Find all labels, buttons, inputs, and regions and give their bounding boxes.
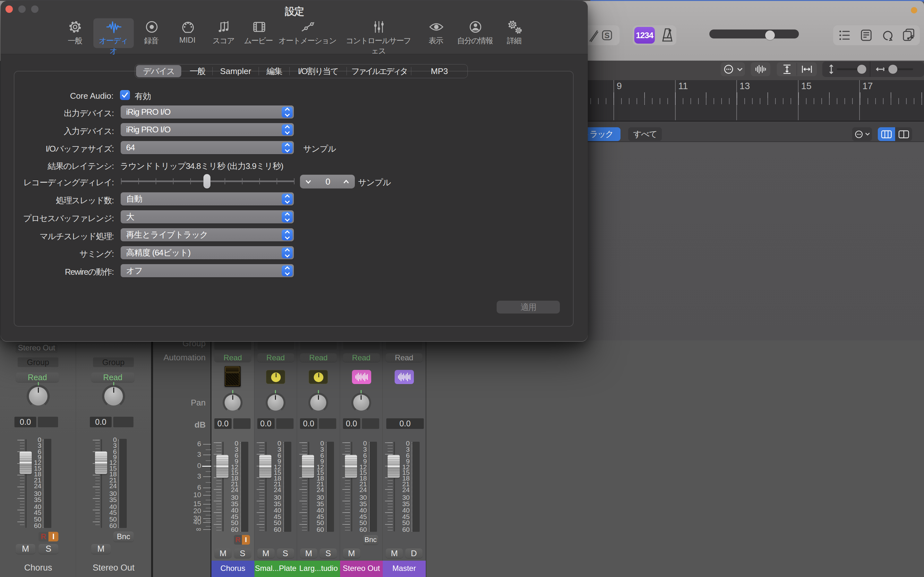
- svg-text:S: S: [604, 31, 610, 40]
